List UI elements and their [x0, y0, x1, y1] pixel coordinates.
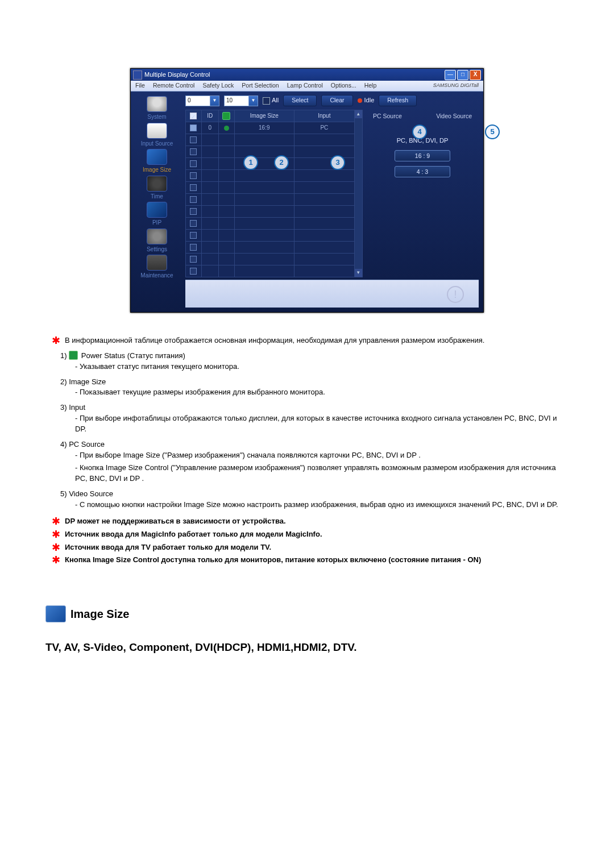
item5-desc: - С помощью кнопки настройки Image Size …	[51, 500, 563, 510]
item1-desc: - Указывает статус питания текущего мони…	[51, 362, 563, 372]
aspect-16-9-button[interactable]: 16 : 9	[395, 150, 450, 161]
app-screenshot: Multiple Display Control — □ X File Remo…	[130, 68, 484, 313]
star-icon: ✱	[51, 542, 60, 553]
refresh-button[interactable]: Refresh	[379, 95, 417, 106]
table-row	[186, 194, 355, 206]
minimize-button[interactable]: —	[445, 70, 456, 80]
table-row	[186, 242, 355, 254]
callout-1: 1	[243, 155, 258, 170]
aspect-4-3-button[interactable]: 4 : 3	[395, 166, 450, 177]
combo-value: 10	[224, 95, 249, 106]
settings-icon	[147, 229, 167, 244]
pc-source-tab[interactable]: PC Source	[373, 112, 402, 121]
menu-lamp[interactable]: Lamp Control	[285, 81, 325, 90]
table-row	[186, 254, 355, 265]
sidebar-label: Image Size	[143, 166, 171, 175]
table-row	[186, 158, 355, 170]
callout-2: 2	[274, 155, 289, 170]
display-table: ✓ ID Image Size Input 0 16:9 PC	[185, 110, 355, 277]
item2-title: 2) Image Size	[51, 377, 563, 388]
combo-value: 0	[185, 95, 210, 106]
clear-button[interactable]: Clear	[321, 95, 352, 106]
note-3: Источник ввода для TV работает только дл…	[65, 542, 271, 553]
section-title: Image Size	[70, 608, 129, 620]
item2-desc: - Показывает текущие размеры изображения…	[51, 387, 563, 398]
sidebar-label: System	[147, 113, 166, 122]
sidebar-label: Time	[151, 193, 163, 201]
close-button[interactable]: X	[470, 70, 481, 80]
idle-indicator: Idle	[358, 96, 375, 105]
sidebar-item-input[interactable]: Input Source	[141, 123, 173, 148]
maintenance-icon	[147, 255, 167, 271]
toolbar: 0▼ 10▼ All Select Clear Idle Refresh	[185, 95, 479, 106]
menu-file[interactable]: File	[133, 81, 147, 90]
time-icon	[147, 176, 167, 192]
item4-desc2: - Кнопка Image Size Control ("Управление…	[51, 463, 563, 484]
app-icon	[133, 70, 142, 80]
window-title: Multiple Display Control	[144, 70, 210, 80]
table-row	[186, 265, 355, 277]
note-2: Источник ввода для MagicInfo работает то…	[65, 529, 322, 540]
chk-header[interactable]: ✓	[186, 110, 202, 122]
idle-label: Idle	[364, 96, 375, 105]
scroll-up-icon[interactable]: ▲	[355, 110, 362, 118]
item1-title: Power Status (Статус питания)	[81, 351, 185, 360]
sidebar-item-system[interactable]: System	[147, 96, 167, 122]
power-status-icon	[222, 112, 230, 120]
sidebar-item-pip[interactable]: PIP	[147, 202, 167, 227]
power-icon	[147, 96, 167, 112]
sidebar-item-maintenance[interactable]: Maintenance	[140, 255, 173, 280]
image-size-icon	[45, 605, 66, 622]
range-start-combo[interactable]: 0▼	[185, 95, 219, 106]
power-status-icon	[69, 351, 78, 360]
menu-options[interactable]: Options...	[329, 81, 359, 90]
table-row[interactable]: 0 16:9 PC	[186, 122, 355, 134]
pip-icon	[147, 202, 167, 218]
maximize-button[interactable]: □	[457, 70, 468, 80]
section-subheading: TV, AV, S-Video, Component, DVI(HDCP), H…	[45, 639, 580, 655]
sidebar-label: PIP	[152, 219, 161, 227]
chevron-down-icon: ▼	[249, 95, 258, 106]
input-header: Input	[294, 110, 355, 122]
row-input: PC	[294, 122, 355, 134]
menu-safety[interactable]: Safety Lock	[200, 81, 236, 90]
range-end-combo[interactable]: 10▼	[224, 95, 258, 106]
select-button[interactable]: Select	[283, 95, 317, 106]
all-checkbox[interactable]: All	[263, 96, 279, 105]
callout-4: 4	[412, 124, 427, 139]
item3-desc: - При выборе инфотаблицы отображаются то…	[51, 413, 563, 435]
image-size-icon	[147, 149, 167, 165]
table-row	[186, 218, 355, 230]
section-heading: Image Size	[45, 605, 580, 622]
table-row	[186, 182, 355, 194]
sidebar-item-time[interactable]: Time	[147, 176, 167, 201]
menu-port[interactable]: Port Selection	[239, 81, 281, 90]
intro-text: В информационной таблице отображается ос…	[65, 335, 484, 346]
chevron-down-icon: ▼	[210, 95, 219, 106]
scrollbar[interactable]: ▲ ▼	[355, 110, 363, 277]
menu-help[interactable]: Help	[362, 81, 379, 90]
scroll-down-icon[interactable]: ▼	[355, 269, 362, 277]
video-source-tab[interactable]: Video Source	[436, 112, 472, 121]
star-icon: ✱	[51, 555, 60, 565]
item5-title: 5) Video Source	[51, 489, 563, 500]
sidebar: System Input Source Image Size Time PIP …	[131, 92, 183, 312]
item3-title: 3) Input	[51, 402, 563, 413]
row-checkbox[interactable]	[190, 124, 197, 131]
menu-remote[interactable]: Remote Control	[151, 81, 197, 90]
table-row	[186, 146, 355, 158]
table-row	[186, 206, 355, 218]
star-icon: ✱	[51, 335, 60, 346]
sidebar-item-settings[interactable]: Settings	[147, 229, 167, 254]
brand-logo: SAMSUNG DIGITall	[431, 82, 481, 89]
sidebar-item-image-size[interactable]: Image Size	[143, 149, 171, 175]
power-status-header	[218, 110, 234, 122]
status-dot-icon	[358, 98, 362, 103]
note-4: Кнопка Image Size Control доступна тольк…	[65, 555, 481, 566]
all-label: All	[272, 96, 279, 105]
sidebar-label: Settings	[147, 246, 167, 254]
callout-5: 5	[485, 124, 500, 139]
callout-3: 3	[330, 155, 345, 170]
status-bar: !	[185, 280, 479, 308]
table-row	[186, 134, 355, 146]
